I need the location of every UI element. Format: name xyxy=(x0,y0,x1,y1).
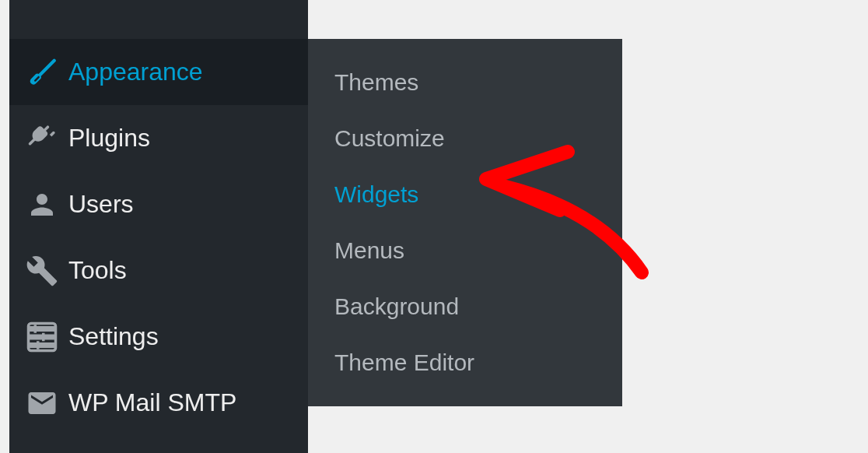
wrench-icon xyxy=(23,252,61,290)
sidebar-item-label: Users xyxy=(68,190,134,219)
sidebar-item-tools[interactable]: Tools xyxy=(9,237,308,304)
plug-icon xyxy=(23,120,61,157)
sidebar-item-label: WP Mail SMTP xyxy=(68,388,236,417)
paintbrush-icon xyxy=(23,54,61,91)
admin-sidebar: Appearance Plugins Users Tools Settings … xyxy=(9,0,308,453)
sidebar-item-appearance[interactable]: Appearance xyxy=(9,39,308,105)
sidebar-item-plugins[interactable]: Plugins xyxy=(9,105,308,171)
appearance-submenu: Themes Customize Widgets Menus Backgroun… xyxy=(308,39,622,406)
sidebar-item-label: Tools xyxy=(68,256,127,285)
submenu-item-customize[interactable]: Customize xyxy=(308,111,622,167)
sliders-icon xyxy=(23,318,61,356)
submenu-item-background[interactable]: Background xyxy=(308,279,622,335)
sidebar-spacer xyxy=(9,0,308,39)
sidebar-item-label: Appearance xyxy=(68,58,203,86)
sidebar-item-wp-mail-smtp[interactable]: WP Mail SMTP xyxy=(9,370,308,436)
sidebar-item-users[interactable]: Users xyxy=(9,171,308,237)
user-icon xyxy=(23,186,61,223)
submenu-item-widgets[interactable]: Widgets xyxy=(308,167,622,223)
envelope-icon xyxy=(23,385,61,422)
sidebar-item-label: Plugins xyxy=(68,124,150,153)
submenu-item-menus[interactable]: Menus xyxy=(308,223,622,279)
submenu-item-themes[interactable]: Themes xyxy=(308,54,622,111)
submenu-item-theme-editor[interactable]: Theme Editor xyxy=(308,335,622,391)
sidebar-item-settings[interactable]: Settings xyxy=(9,304,308,370)
sidebar-item-label: Settings xyxy=(68,322,159,351)
